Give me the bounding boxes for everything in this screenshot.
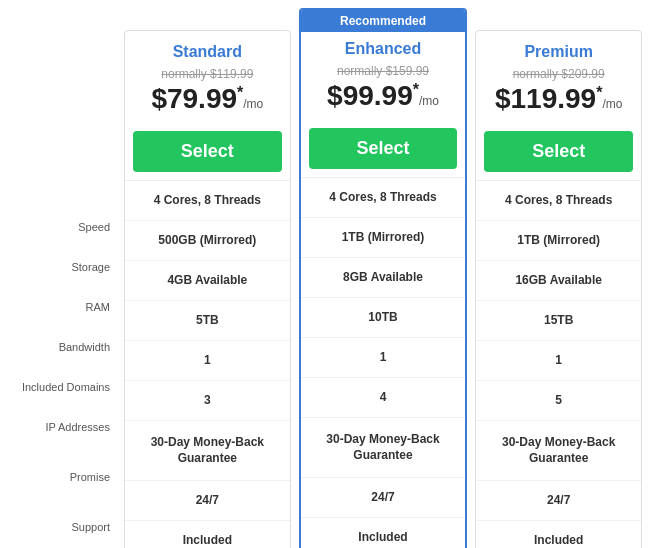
standard-support: 24/7 <box>125 481 290 521</box>
standard-bandwidth: 5TB <box>125 301 290 341</box>
plan-premium-original-price: normally $209.99 <box>484 67 633 81</box>
plan-enhanced-name: Enhanced <box>309 40 458 58</box>
plan-premium-features: 4 Cores, 8 Threads 1TB (Mirrored) 16GB A… <box>476 180 641 548</box>
premium-support: 24/7 <box>476 481 641 521</box>
standard-ip-addresses: 3 <box>125 381 290 421</box>
label-ram: RAM <box>10 288 120 328</box>
premium-promise: 30-Day Money-Back Guarantee <box>476 421 641 481</box>
feature-labels: Speed Storage RAM Bandwidth Included Dom… <box>10 30 120 548</box>
label-bandwidth: Bandwidth <box>10 328 120 368</box>
plan-enhanced-header: Recommended Enhanced normally $159.99 $9… <box>301 10 466 120</box>
standard-included-domains: 1 <box>125 341 290 381</box>
premium-free-ssl: Included <box>476 521 641 548</box>
premium-ip-addresses: 5 <box>476 381 641 421</box>
premium-storage: 1TB (Mirrored) <box>476 221 641 261</box>
standard-speed: 4 Cores, 8 Threads <box>125 181 290 221</box>
enhanced-storage: 1TB (Mirrored) <box>301 218 466 258</box>
plan-enhanced-select-top[interactable]: Select <box>309 128 458 169</box>
plan-standard: Standard normally $119.99 $79.99*/mo Sel… <box>124 30 291 548</box>
plan-enhanced-features: 4 Cores, 8 Threads 1TB (Mirrored) 8GB Av… <box>301 177 466 548</box>
plan-premium: Premium normally $209.99 $119.99*/mo Sel… <box>475 30 642 548</box>
plan-standard-name: Standard <box>133 43 282 61</box>
standard-storage: 500GB (Mirrored) <box>125 221 290 261</box>
plan-premium-header: Premium normally $209.99 $119.99*/mo <box>476 31 641 123</box>
label-included-domains: Included Domains <box>10 368 120 408</box>
enhanced-bandwidth: 10TB <box>301 298 466 338</box>
plan-enhanced-original-price: normally $159.99 <box>309 64 458 78</box>
label-promise: Promise <box>10 448 120 508</box>
enhanced-ram: 8GB Available <box>301 258 466 298</box>
enhanced-free-ssl: Included <box>301 518 466 548</box>
standard-ram: 4GB Available <box>125 261 290 301</box>
enhanced-speed: 4 Cores, 8 Threads <box>301 178 466 218</box>
label-ip-addresses: IP Addresses <box>10 408 120 448</box>
plan-standard-features: 4 Cores, 8 Threads 500GB (Mirrored) 4GB … <box>125 180 290 548</box>
standard-free-ssl: Included <box>125 521 290 548</box>
plan-standard-header: Standard normally $119.99 $79.99*/mo <box>125 31 290 123</box>
plans-container: Standard normally $119.99 $79.99*/mo Sel… <box>120 30 646 548</box>
enhanced-support: 24/7 <box>301 478 466 518</box>
plan-premium-name: Premium <box>484 43 633 61</box>
label-speed: Speed <box>10 208 120 248</box>
label-support: Support <box>10 508 120 548</box>
plan-standard-select-top[interactable]: Select <box>133 131 282 172</box>
plan-enhanced-price: $99.99*/mo <box>309 82 458 110</box>
premium-included-domains: 1 <box>476 341 641 381</box>
enhanced-included-domains: 1 <box>301 338 466 378</box>
plan-premium-price: $119.99*/mo <box>484 85 633 113</box>
plan-enhanced: Recommended Enhanced normally $159.99 $9… <box>299 8 468 548</box>
plan-enhanced-badge: Recommended <box>301 10 466 32</box>
enhanced-promise: 30-Day Money-Back Guarantee <box>301 418 466 478</box>
premium-ram: 16GB Available <box>476 261 641 301</box>
plan-standard-price: $79.99*/mo <box>133 85 282 113</box>
label-storage: Storage <box>10 248 120 288</box>
plan-premium-select-top[interactable]: Select <box>484 131 633 172</box>
premium-bandwidth: 15TB <box>476 301 641 341</box>
plan-standard-original-price: normally $119.99 <box>133 67 282 81</box>
enhanced-ip-addresses: 4 <box>301 378 466 418</box>
premium-speed: 4 Cores, 8 Threads <box>476 181 641 221</box>
pricing-table: Speed Storage RAM Bandwidth Included Dom… <box>10 30 646 548</box>
standard-promise: 30-Day Money-Back Guarantee <box>125 421 290 481</box>
